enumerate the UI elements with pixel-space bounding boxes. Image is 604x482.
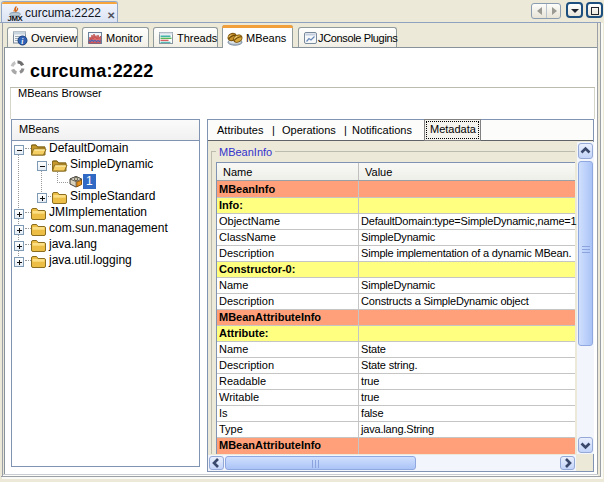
svg-text:JMX: JMX — [8, 14, 24, 22]
